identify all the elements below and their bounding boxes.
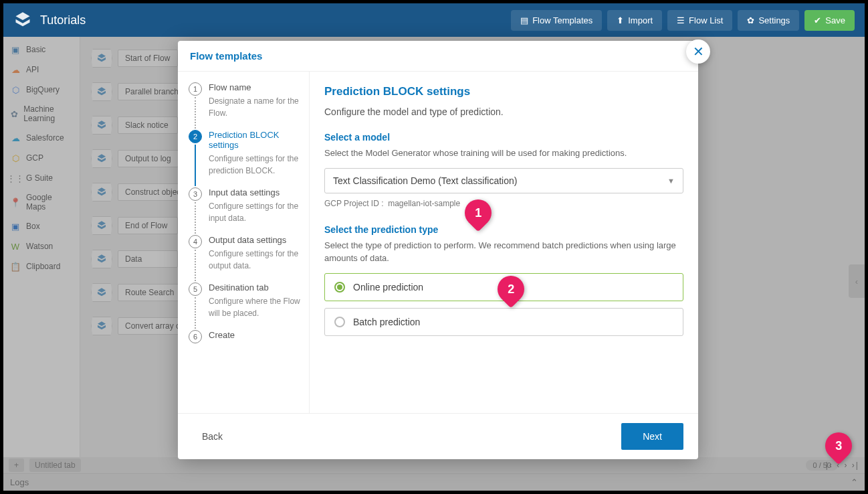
prediction-type-desc: Select the type of prediction to perform… — [324, 239, 683, 265]
step-title: Create — [209, 330, 300, 340]
modal-title: Flow templates — [190, 50, 686, 62]
annotation-callout-3: 3 — [825, 432, 852, 465]
gear-icon: ✿ — [747, 15, 754, 25]
check-icon: ✔ — [814, 15, 821, 25]
option-batch-prediction[interactable]: Batch prediction — [324, 308, 683, 336]
modal-footer: Back Next — [178, 413, 698, 459]
wizard-step-3[interactable]: 3Input data settingsConfigure settings f… — [189, 187, 300, 235]
modal-header: Flow templates — [178, 41, 698, 72]
select-model-label: Select a model — [324, 132, 683, 143]
wizard-step-6[interactable]: 6Create — [189, 330, 300, 353]
radio-icon — [334, 317, 345, 327]
logo-icon — [13, 11, 32, 29]
step-number: 3 — [189, 187, 202, 201]
step-number: 6 — [189, 330, 202, 343]
flow-templates-modal: ✕ Flow templates 1Flow nameDesignate a n… — [178, 41, 698, 459]
flow-list-button[interactable]: ☰Flow List — [667, 10, 732, 31]
save-button[interactable]: ✔Save — [804, 10, 855, 31]
wizard-content: Prediction BLOCK settings Configure the … — [309, 72, 698, 413]
back-button[interactable]: Back — [193, 424, 232, 448]
annotation-callout-2: 2 — [498, 276, 524, 308]
step-desc: Configure where the Flow will be placed. — [209, 295, 300, 319]
step-title: Flow name — [209, 82, 300, 92]
wizard-step-2[interactable]: 2Prediction BLOCK settingsConfigure sett… — [189, 130, 300, 187]
option-label: Batch prediction — [353, 317, 420, 327]
step-number: 5 — [189, 282, 202, 296]
option-label: Online prediction — [353, 282, 423, 293]
gcp-project-id: GCP Project ID : magellan-iot-sample — [324, 199, 683, 208]
modal-body: 1Flow nameDesignate a name for the Flow.… — [178, 72, 698, 413]
step-number: 1 — [189, 82, 202, 96]
model-select[interactable]: Text Classification Demo (Text classific… — [324, 168, 683, 193]
content-subtext: Configure the model and type of predicti… — [324, 106, 683, 117]
step-title: Prediction BLOCK settings — [209, 130, 300, 150]
step-desc: Designate a name for the Flow. — [209, 95, 300, 119]
step-desc: Configure settings for the output data. — [209, 248, 300, 272]
step-title: Desitination tab — [209, 282, 300, 293]
step-number: 2 — [189, 130, 202, 143]
annotation-callout-1: 1 — [465, 199, 492, 232]
list-icon: ☰ — [677, 15, 685, 25]
chevron-down-icon: ▼ — [667, 177, 675, 185]
list-icon: ▤ — [520, 15, 528, 25]
import-button[interactable]: ⬆Import — [607, 10, 662, 31]
step-number: 4 — [189, 235, 202, 248]
settings-button[interactable]: ✿Settings — [738, 10, 799, 31]
next-button[interactable]: Next — [621, 423, 683, 450]
app-frame: Tutorials ▤Flow Templates ⬆Import ☰Flow … — [3, 3, 865, 491]
select-model-desc: Select the Model Generator whose trainin… — [324, 147, 683, 160]
wizard-step-1[interactable]: 1Flow nameDesignate a name for the Flow. — [189, 82, 300, 130]
model-select-value: Text Classification Demo (Text classific… — [333, 175, 517, 186]
step-desc: Configure settings for the prediction BL… — [209, 153, 300, 177]
step-desc: Configure settings for the input data. — [209, 200, 300, 224]
step-title: Input data settings — [209, 187, 300, 197]
wizard-steps: 1Flow nameDesignate a name for the Flow.… — [178, 72, 309, 413]
header-buttons: ▤Flow Templates ⬆Import ☰Flow List ✿Sett… — [511, 10, 855, 31]
close-icon: ✕ — [693, 44, 704, 60]
radio-icon — [334, 282, 345, 293]
content-heading: Prediction BLOCK settings — [324, 85, 683, 98]
step-title: Output data settings — [209, 235, 300, 245]
wizard-step-4[interactable]: 4Output data settingsConfigure settings … — [189, 235, 300, 282]
upload-icon: ⬆ — [617, 15, 624, 25]
flow-templates-button[interactable]: ▤Flow Templates — [511, 10, 602, 31]
close-button[interactable]: ✕ — [686, 39, 710, 64]
prediction-type-label: Select the prediction type — [324, 224, 683, 235]
app-header: Tutorials ▤Flow Templates ⬆Import ☰Flow … — [3, 3, 865, 37]
wizard-step-5[interactable]: 5Desitination tabConfigure where the Flo… — [189, 282, 300, 330]
page-title: Tutorials — [40, 13, 503, 27]
